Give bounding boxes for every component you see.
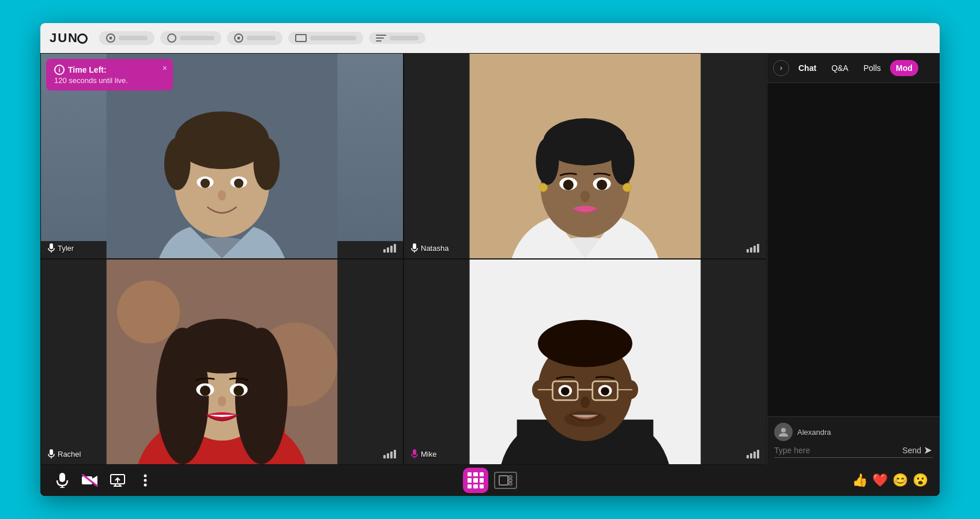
- reaction-thumbsup[interactable]: 👍: [852, 474, 868, 487]
- chat-user-row: Alexandra: [774, 423, 933, 441]
- signal-bars-tyler: [383, 244, 396, 253]
- tab-mod[interactable]: Mod: [890, 60, 918, 76]
- svg-rect-68: [413, 449, 416, 455]
- chat-messages: [767, 83, 940, 416]
- svg-rect-82: [509, 476, 512, 478]
- participant-name-natasha: Natasha: [421, 244, 448, 253]
- svg-point-67: [564, 411, 606, 427]
- mic-button[interactable]: [52, 470, 73, 491]
- svg-point-27: [563, 179, 574, 190]
- camera-label: [247, 36, 276, 40]
- svg-point-10: [201, 179, 210, 188]
- screen-icon: [295, 34, 307, 42]
- reaction-smile[interactable]: 😊: [892, 474, 908, 487]
- top-bar-controls: [99, 31, 930, 45]
- video-cell-rachel: Rachel: [40, 259, 404, 465]
- svg-point-12: [218, 190, 227, 201]
- screen-button[interactable]: [288, 32, 363, 44]
- svg-point-23: [539, 183, 548, 192]
- tab-qa[interactable]: Q&A: [826, 60, 854, 76]
- signal-bars-rachel: [383, 450, 396, 458]
- bottom-bar: 👍 ❤️ 😊 😮: [40, 465, 940, 496]
- svg-rect-47: [50, 449, 53, 455]
- participant-name-mike: Mike: [421, 450, 436, 458]
- screen-share-icon: [110, 474, 125, 487]
- bar2: [387, 247, 389, 253]
- more-dots-icon: [144, 474, 147, 487]
- video-grid: i Time Left: 120 seconds until live. ×: [40, 53, 767, 465]
- screen-label: [310, 36, 356, 40]
- svg-point-33: [117, 280, 180, 343]
- send-icon: [924, 446, 933, 455]
- participant-label-natasha: Natasha: [411, 243, 448, 253]
- camera-icon: [234, 33, 243, 43]
- chat-input[interactable]: [774, 446, 899, 455]
- notification-banner: i Time Left: 120 seconds until live. ×: [46, 59, 173, 91]
- screen-share-button[interactable]: [107, 470, 128, 491]
- svg-point-70: [781, 428, 786, 432]
- svg-point-28: [597, 179, 607, 190]
- video-toolbar-icon: [82, 474, 98, 487]
- top-bar: JUN: [40, 23, 940, 53]
- settings-button[interactable]: [160, 31, 221, 45]
- tab-polls[interactable]: Polls: [858, 60, 887, 76]
- avatar: [774, 423, 793, 441]
- banner-title: i Time Left:: [54, 65, 152, 75]
- reaction-heart[interactable]: ❤️: [872, 474, 888, 487]
- more-label: [390, 36, 419, 40]
- settings-icon: [167, 33, 176, 43]
- svg-rect-84: [509, 483, 512, 485]
- camera-button[interactable]: [227, 31, 282, 45]
- participant-label-mike: Mike: [411, 449, 436, 458]
- bar3: [753, 452, 756, 458]
- svg-rect-83: [509, 479, 512, 482]
- svg-point-79: [144, 479, 147, 482]
- mic-icon-mike: [411, 449, 418, 458]
- chat-input-area: Alexandra Send: [767, 416, 940, 465]
- svg-point-21: [536, 138, 559, 185]
- stage-view-icon: [499, 475, 512, 486]
- chat-header: › Chat Q&A Polls Mod: [767, 53, 940, 83]
- app-logo: JUN: [50, 31, 88, 46]
- mic-toolbar-icon: [56, 473, 69, 488]
- svg-rect-30: [413, 243, 416, 249]
- mic-icon-natasha: [411, 243, 418, 253]
- svg-point-44: [200, 385, 210, 396]
- svg-point-64: [561, 387, 570, 396]
- more-icon: [376, 35, 386, 42]
- bottom-left-controls: [52, 470, 156, 491]
- svg-rect-71: [59, 473, 65, 482]
- bar3: [390, 246, 393, 253]
- participant-name-tyler: Tyler: [58, 244, 74, 253]
- mic-icon-tyler: [48, 243, 55, 253]
- chat-panel: › Chat Q&A Polls Mod Alexandra: [767, 53, 940, 465]
- video-button[interactable]: [80, 470, 100, 491]
- more-button[interactable]: [369, 32, 425, 44]
- bar1: [747, 455, 749, 458]
- tab-chat[interactable]: Chat: [793, 60, 822, 76]
- banner-title-text: Time Left:: [68, 65, 107, 74]
- svg-point-45: [233, 385, 244, 396]
- svg-point-11: [234, 179, 243, 188]
- banner-close-button[interactable]: ×: [163, 63, 167, 73]
- grid-view-button[interactable]: [463, 468, 488, 493]
- svg-rect-13: [50, 243, 53, 249]
- svg-point-46: [218, 396, 227, 407]
- svg-point-65: [601, 387, 609, 396]
- stage-view-button[interactable]: [494, 472, 517, 489]
- record-label: [119, 36, 148, 40]
- record-button[interactable]: [99, 31, 154, 45]
- svg-rect-81: [499, 476, 508, 485]
- info-icon: i: [54, 65, 65, 75]
- bar3: [390, 452, 393, 458]
- video-cell-natasha: Natasha: [404, 53, 767, 259]
- send-button[interactable]: Send: [902, 446, 933, 455]
- bar1: [747, 249, 749, 253]
- svg-point-6: [164, 138, 191, 190]
- participant-label-rachel: Rachel: [48, 449, 81, 458]
- more-options-button[interactable]: [135, 470, 156, 491]
- collapse-panel-button[interactable]: ›: [773, 60, 789, 76]
- signal-bars-mike: [747, 450, 759, 458]
- reaction-wow[interactable]: 😮: [913, 474, 928, 487]
- svg-point-41: [176, 319, 268, 374]
